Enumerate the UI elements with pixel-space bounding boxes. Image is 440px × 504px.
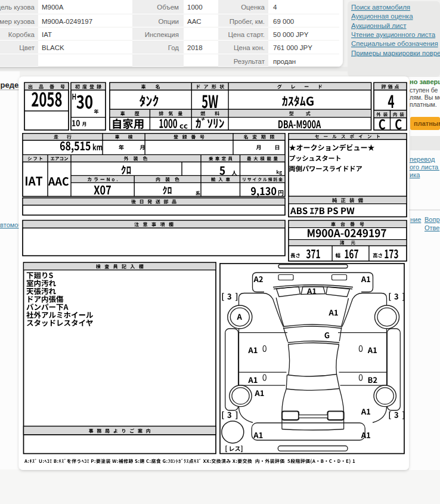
svg-text:Инспекция: Инспекция [145,31,179,38]
svg-text:ого листа у: ого листа у [410,163,440,171]
svg-text:Вопр: Вопр [424,216,440,223]
svg-text:761 000 JPY: 761 000 JPY [273,44,312,51]
svg-text:Результат: Результат [234,58,265,65]
svg-text:Модель кузова: Модель кузова [0,4,35,11]
svg-text:Специальные обозначения: Специальные обозначения [351,40,438,47]
svg-text:Опции: Опции [158,18,179,25]
svg-text:автомоб: автомоб [0,221,22,228]
svg-text:BLACK: BLACK [42,44,64,51]
svg-text:Объем: Объем [157,4,179,11]
svg-text:Отве: Отве [424,224,439,231]
svg-text:лям. Вы мо: лям. Вы мо [410,94,440,101]
svg-text:Цена кон.: Цена кон. [234,44,265,51]
svg-text:платным.: платным. [410,101,437,108]
svg-text:Оценка: Оценка [241,4,265,11]
svg-text:Цвет: Цвет [19,44,35,51]
svg-text:4: 4 [273,4,277,11]
svg-text:платным: платным [414,120,440,127]
svg-text:1000: 1000 [187,4,203,11]
svg-text:Коробка: Коробка [8,31,35,38]
svg-text:M900A-0249197: M900A-0249197 [42,18,92,25]
svg-text:Номер кузова: Номер кузова [0,18,35,25]
svg-text:Поиск автомобиля: Поиск автомобиля [351,4,410,11]
svg-text:50 000 JPY: 50 000 JPY [273,31,309,38]
svg-text:Аукционная оценка: Аукционная оценка [351,13,413,20]
svg-text:ика: ика [410,171,420,178]
svg-text:перевод: перевод [410,156,435,163]
svg-text:Аукционный лист: Аукционный лист [351,22,407,29]
svg-text:M900A: M900A [42,4,64,11]
svg-text:ступен бе: ступен бе [410,86,438,94]
svg-text:но заверш: но заверш [410,78,440,85]
svg-text:продан: продан [273,58,296,65]
svg-text:69 000: 69 000 [273,18,294,25]
svg-text:AAC: AAC [187,18,202,25]
svg-text:Год: Год [168,44,179,51]
svg-text:2018: 2018 [187,44,203,51]
svg-text:Чтение аукционного листа: Чтение аукционного листа [351,31,436,38]
svg-text:Цена старт.: Цена старт. [228,31,265,38]
svg-text:Пробег, км.: Пробег, км. [230,18,265,25]
svg-text:IAT: IAT [42,31,52,38]
svg-text:Примеры маркировки поврежде: Примеры маркировки поврежде [351,50,440,57]
svg-text:ние: ние [410,216,421,223]
